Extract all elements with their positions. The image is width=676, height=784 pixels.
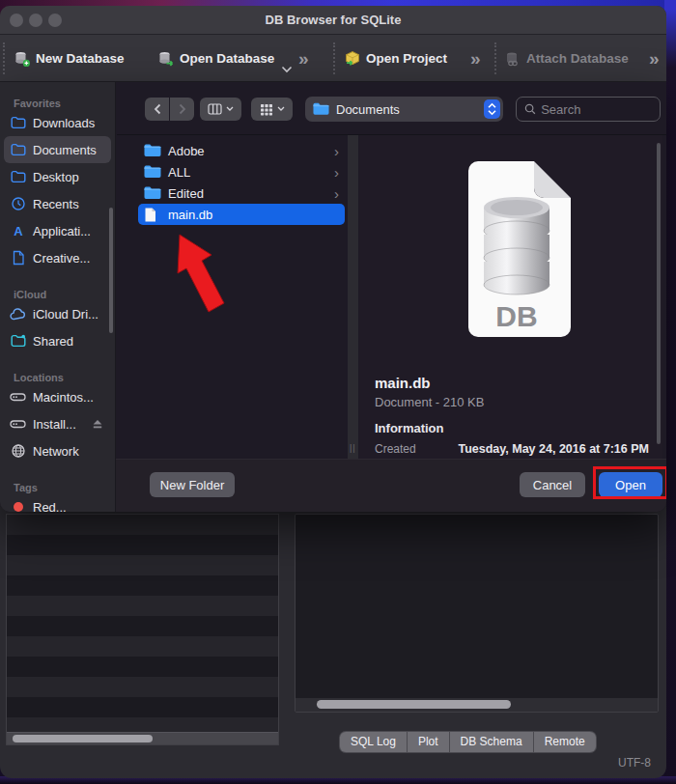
sidebar-item-install-[interactable]: Install... bbox=[4, 410, 111, 437]
tab-sql-log[interactable]: SQL Log bbox=[340, 732, 407, 752]
scrollbar-thumb[interactable] bbox=[317, 700, 511, 709]
column-view-button[interactable] bbox=[200, 98, 241, 121]
project-open-icon bbox=[344, 50, 361, 68]
sidebar-item-creative-[interactable]: Creative... bbox=[4, 244, 111, 271]
chevron-right-icon: › bbox=[334, 164, 339, 181]
sidebar-item-label: Recents bbox=[33, 197, 79, 211]
toolbar-separator bbox=[333, 42, 335, 74]
sidebar-item-label: Shared bbox=[33, 334, 73, 349]
new-folder-button[interactable]: New Folder bbox=[150, 472, 235, 497]
search-field[interactable] bbox=[516, 97, 661, 122]
sidebar-section-header: iCloud bbox=[0, 281, 115, 300]
svg-text:A: A bbox=[14, 224, 23, 238]
encoding-status: UTF-8 bbox=[618, 756, 651, 770]
tab-remote[interactable]: Remote bbox=[534, 732, 596, 752]
file-name: ALL bbox=[168, 165, 327, 180]
new-database-button[interactable]: New Database bbox=[14, 35, 125, 82]
horizontal-scrollbar[interactable] bbox=[296, 698, 658, 712]
screen: DB Browser for SQLite New Database Open … bbox=[0, 0, 676, 784]
sidebar-item-label: iCloud Dri... bbox=[33, 307, 99, 322]
sidebar-item-icloud-dri-[interactable]: iCloud Dri... bbox=[4, 300, 111, 327]
sidebar-item-network[interactable]: Network bbox=[4, 437, 111, 464]
chevron-down-icon bbox=[277, 106, 285, 112]
sidebar-item-label: Install... bbox=[33, 417, 76, 432]
shared-icon bbox=[10, 333, 26, 350]
file-row-main-db[interactable]: main.db bbox=[138, 204, 345, 225]
sidebar-item-downloads[interactable]: Downloads bbox=[4, 109, 111, 136]
file-list: Adobe›ALL›Edited›main.db bbox=[138, 140, 345, 225]
column-divider[interactable]: || bbox=[348, 135, 358, 459]
attach-database-button[interactable]: Attach Database bbox=[504, 35, 629, 82]
search-icon bbox=[524, 102, 536, 116]
file-icon bbox=[144, 208, 161, 222]
up-down-chevrons-icon bbox=[484, 99, 500, 119]
folder-icon bbox=[313, 102, 329, 116]
titlebar: DB Browser for SQLite bbox=[0, 6, 666, 35]
open-database-button[interactable]: Open Database bbox=[157, 35, 274, 82]
toolbar-overflow-chevron[interactable]: » bbox=[470, 35, 479, 82]
file-row-all[interactable]: ALL› bbox=[138, 161, 345, 182]
clock-icon bbox=[10, 196, 26, 212]
dialog-sidebar: FavoritesDownloadsDocumentsDesktopRecent… bbox=[0, 82, 116, 512]
chevron-right-icon: › bbox=[334, 143, 339, 159]
created-value: Tuesday, May 24, 2016 at 7:16 PM bbox=[458, 442, 649, 456]
db-attach-icon bbox=[504, 50, 521, 68]
sidebar-section-header: Locations bbox=[0, 364, 115, 383]
folder-icon bbox=[10, 142, 26, 158]
sidebar-item-red-[interactable]: Red... bbox=[4, 493, 111, 512]
new-database-label: New Database bbox=[36, 51, 125, 66]
sidebar-item-desktop[interactable]: Desktop bbox=[4, 163, 111, 190]
column-resize-handle[interactable]: || bbox=[350, 443, 356, 453]
db-file-icon: DB bbox=[449, 157, 584, 341]
db-new-icon bbox=[14, 50, 31, 68]
horizontal-scrollbar[interactable] bbox=[7, 732, 278, 744]
sql-panel bbox=[295, 514, 659, 713]
sidebar-item-label: Downloads bbox=[33, 116, 95, 130]
toolbar-overflow-chevron[interactable]: » bbox=[298, 35, 307, 82]
open-project-label: Open Project bbox=[366, 51, 447, 66]
bottom-dock-tabs: SQL LogPlotDB SchemaRemote bbox=[339, 731, 597, 753]
zoom-window-button[interactable] bbox=[48, 14, 62, 27]
tab-plot[interactable]: Plot bbox=[408, 732, 449, 752]
chevron-down-icon bbox=[226, 106, 234, 112]
grid-icon bbox=[260, 103, 273, 116]
sidebar-item-shared[interactable]: Shared bbox=[4, 327, 111, 354]
sidebar-item-label: Creative... bbox=[33, 251, 90, 266]
tab-db-schema[interactable]: DB Schema bbox=[450, 732, 533, 752]
folder-icon bbox=[144, 144, 161, 157]
sidebar-item-documents[interactable]: Documents bbox=[4, 136, 111, 163]
scrollbar-thumb[interactable] bbox=[13, 735, 153, 742]
cancel-button[interactable]: Cancel bbox=[520, 472, 585, 497]
preview-pane: DB main.db Document - 210 KB Information… bbox=[359, 135, 662, 459]
sidebar-item-macintos-[interactable]: Macintos... bbox=[4, 383, 111, 410]
open-project-button[interactable]: Open Project bbox=[344, 35, 447, 82]
sidebar-item-applicati-[interactable]: AApplicati... bbox=[4, 217, 111, 244]
db-open-icon bbox=[157, 50, 175, 68]
sidebar-item-recents[interactable]: Recents bbox=[4, 190, 111, 217]
sidebar-item-label: Red... bbox=[33, 500, 67, 513]
dialog-footer: New Folder Cancel Open bbox=[116, 459, 666, 512]
file-row-edited[interactable]: Edited› bbox=[138, 182, 345, 204]
preview-scrollbar[interactable] bbox=[657, 143, 661, 444]
globe-icon bbox=[10, 443, 26, 460]
back-button[interactable] bbox=[145, 98, 169, 121]
sidebar-item-label: Documents bbox=[33, 143, 97, 157]
toolbar-overflow-chevron[interactable]: » bbox=[649, 35, 658, 82]
eject-icon[interactable] bbox=[92, 419, 103, 430]
sidebar-scrollbar[interactable] bbox=[109, 208, 113, 333]
path-dropdown[interactable]: Documents bbox=[305, 97, 503, 122]
group-view-button[interactable] bbox=[251, 98, 293, 121]
file-name: Edited bbox=[168, 186, 327, 201]
svg-text:DB: DB bbox=[495, 300, 537, 332]
forward-button[interactable] bbox=[170, 98, 194, 121]
minimize-window-button[interactable] bbox=[29, 14, 42, 27]
window-title: DB Browser for SQLite bbox=[266, 13, 402, 27]
chevron-down-icon[interactable] bbox=[281, 66, 293, 73]
file-row-adobe[interactable]: Adobe› bbox=[138, 140, 345, 161]
close-window-button[interactable] bbox=[10, 14, 23, 27]
preview-file-kind: Document - 210 KB bbox=[375, 395, 484, 409]
sidebar-item-label: Network bbox=[33, 444, 79, 459]
path-label: Documents bbox=[336, 102, 477, 117]
preview-info-header: Information bbox=[375, 421, 444, 435]
search-input[interactable] bbox=[541, 102, 652, 117]
